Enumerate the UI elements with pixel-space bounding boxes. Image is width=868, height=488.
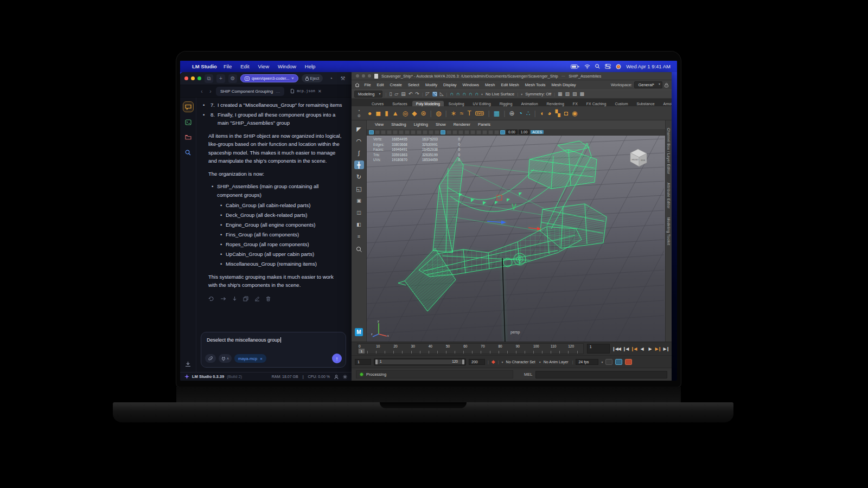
snap-to-grid-icon[interactable]: ∩ xyxy=(450,92,454,97)
nav-back-icon[interactable]: ‹ xyxy=(199,88,205,94)
tab-chat-ship-component-grouping[interactable]: SHIP Component Grouping … xyxy=(216,87,284,96)
type-tool-icon[interactable]: T xyxy=(467,110,471,117)
poly-disc-icon[interactable]: ⊛ xyxy=(420,110,426,117)
close-tab-icon[interactable]: ✕ xyxy=(318,89,322,94)
active-app-name[interactable]: LM Studio xyxy=(192,63,217,69)
dock-tab[interactable]: Modeling Toolkit xyxy=(667,217,671,245)
lock-icon[interactable] xyxy=(665,83,668,87)
booleans-icon[interactable]: ◘ xyxy=(564,110,568,117)
safe-title-icon[interactable] xyxy=(429,130,433,134)
undo-icon[interactable]: ↶ xyxy=(409,92,413,97)
field-chart-icon[interactable] xyxy=(417,130,422,134)
bookmark-icon[interactable] xyxy=(381,130,386,134)
select-by-object-icon[interactable]: ◹ xyxy=(432,92,437,97)
shelf-tab[interactable]: Rendering xyxy=(543,101,568,106)
shelf-tab[interactable]: FX xyxy=(569,101,582,106)
select-by-hierarchy-icon[interactable]: ◸ xyxy=(426,92,430,97)
shelf-tab[interactable]: Arnold xyxy=(660,101,672,106)
menu-item[interactable]: Select xyxy=(405,82,423,87)
new-chat-button[interactable]: + xyxy=(216,74,225,83)
ambient-occlusion-icon[interactable] xyxy=(464,130,469,134)
shelf-tab[interactable]: Animation xyxy=(517,101,541,106)
mcp-plugins-button[interactable]: ˄ xyxy=(219,354,232,363)
snap-to-plane-icon[interactable]: ∩ xyxy=(469,92,472,97)
shelf-tab[interactable]: Surfaces xyxy=(388,101,411,106)
menu-item[interactable]: Help xyxy=(301,63,320,69)
menu-item[interactable]: Modify xyxy=(422,82,440,87)
motion-blur-icon[interactable] xyxy=(470,130,475,134)
paint-select-tool-icon[interactable]: ʃ xyxy=(354,149,364,157)
select-tool-icon[interactable]: ◤ xyxy=(354,125,364,133)
current-frame-field[interactable]: 1 xyxy=(587,344,610,354)
shelf-tab[interactable]: Sculpting xyxy=(445,101,468,106)
edit-icon[interactable] xyxy=(254,296,260,301)
battery-icon[interactable] xyxy=(571,65,579,69)
chat-input-field[interactable]: Deselect the miscellaneous group xyxy=(201,332,346,343)
chevron-down-icon[interactable]: ▾ xyxy=(601,360,603,364)
save-scene-icon[interactable]: ▤ xyxy=(401,92,406,97)
lasso-select-tool-icon[interactable]: ◠ xyxy=(354,137,364,145)
maya-title-bar[interactable]: Scavenger_Ship* - Autodesk MAYA 2026.3: … xyxy=(352,72,672,80)
app-status-icon[interactable] xyxy=(616,64,621,69)
range-start-handle[interactable] xyxy=(375,359,378,364)
poly-sphere-icon[interactable]: ● xyxy=(368,110,372,117)
sidebar-item-my-models[interactable] xyxy=(183,132,193,142)
smooth-icon[interactable]: ◕ xyxy=(547,110,551,117)
eject-model-button[interactable]: Eject xyxy=(302,74,323,82)
window-controls[interactable] xyxy=(184,76,201,80)
transform-manipulator[interactable] xyxy=(487,195,541,231)
panel-menu-item[interactable]: Renderer xyxy=(450,122,474,127)
mute-toggle-icon[interactable] xyxy=(625,359,632,365)
viewport-canvas[interactable]: Verts: 16854495 16375203 0 Edges: 338036… xyxy=(367,136,665,342)
character-set-dropdown[interactable]: No Character Set xyxy=(506,360,537,364)
rotate-tool-icon[interactable]: ↻ xyxy=(354,172,364,181)
menu-item[interactable]: Mesh xyxy=(482,82,498,87)
two-d-pan-icon[interactable] xyxy=(393,130,398,134)
separator[interactable]: | xyxy=(445,110,446,117)
minimize-window-button[interactable] xyxy=(191,76,195,80)
step-back-key-button[interactable]: ❙◀ xyxy=(630,346,637,351)
shelf-tab[interactable]: Rigging xyxy=(496,101,516,106)
layout-split-pane-icon[interactable]: ◧ xyxy=(354,220,364,229)
node-editor-icon[interactable]: ▩ xyxy=(580,92,585,97)
current-time-marker[interactable]: 1 xyxy=(359,349,365,354)
fps-dropdown[interactable]: 24 fps xyxy=(576,359,598,365)
snap-time-icon[interactable]: ◔ xyxy=(519,110,522,117)
live-surface-label[interactable]: No Live Surface xyxy=(486,92,514,97)
separator[interactable]: | xyxy=(488,110,489,117)
separator[interactable]: | xyxy=(503,110,505,117)
shaded-icon[interactable] xyxy=(441,130,445,134)
anim-preferences-icon[interactable] xyxy=(615,359,622,365)
scale-tool-icon[interactable]: ◱ xyxy=(354,184,364,193)
sidebar-item-developer[interactable] xyxy=(183,117,193,127)
separator[interactable]: | xyxy=(430,110,432,117)
layout-four-pane-icon[interactable]: ◫ xyxy=(354,208,364,217)
menu-bar-clock[interactable]: Wed Apr 1 9:41 AM xyxy=(626,63,671,69)
menu-item[interactable]: Display xyxy=(441,82,460,87)
panel-menu-item[interactable]: Shading xyxy=(387,122,410,127)
sphere-project-icon[interactable]: ◉ xyxy=(572,110,577,117)
chevron-down-icon[interactable]: ▾ xyxy=(539,360,541,364)
attach-file-button[interactable] xyxy=(205,354,216,363)
select-camera-icon[interactable] xyxy=(369,130,374,134)
go-to-start-button[interactable]: ❙◀◀ xyxy=(612,346,621,351)
menu-item[interactable]: Mesh Tools xyxy=(522,82,548,87)
menu-item[interactable]: Edit xyxy=(236,63,253,69)
isolate-select-icon[interactable] xyxy=(488,130,493,134)
exposure-field[interactable]: 0.00 xyxy=(506,130,518,134)
resolution-gate-icon[interactable] xyxy=(405,130,410,134)
discover-compass-icon[interactable]: ◔ xyxy=(327,74,335,83)
delete-trash-icon[interactable] xyxy=(266,296,271,301)
remove-mcp-icon[interactable]: ✕ xyxy=(260,357,263,361)
menu-item[interactable]: Window xyxy=(273,63,301,69)
timeline-ruler[interactable]: 0102030405060708090100110120 1 xyxy=(357,343,584,354)
new-scene-icon[interactable]: ▯ xyxy=(389,92,392,97)
open-scene-icon[interactable]: ▱ xyxy=(394,92,398,97)
poly-pipe-icon[interactable]: ◆ xyxy=(412,110,417,117)
time-slider[interactable]: 0102030405060708090100110120 1 1 ❙◀◀❙◀❙◀… xyxy=(352,342,672,355)
chevron-down-icon[interactable]: ▾ xyxy=(502,360,503,364)
mel-command-input[interactable] xyxy=(535,371,667,378)
platonic-solid-icon[interactable]: ◍ xyxy=(436,110,441,117)
shelf-tab[interactable]: UV Editing xyxy=(469,101,495,106)
symmetry-label[interactable]: Symmetry: Off xyxy=(525,92,551,97)
